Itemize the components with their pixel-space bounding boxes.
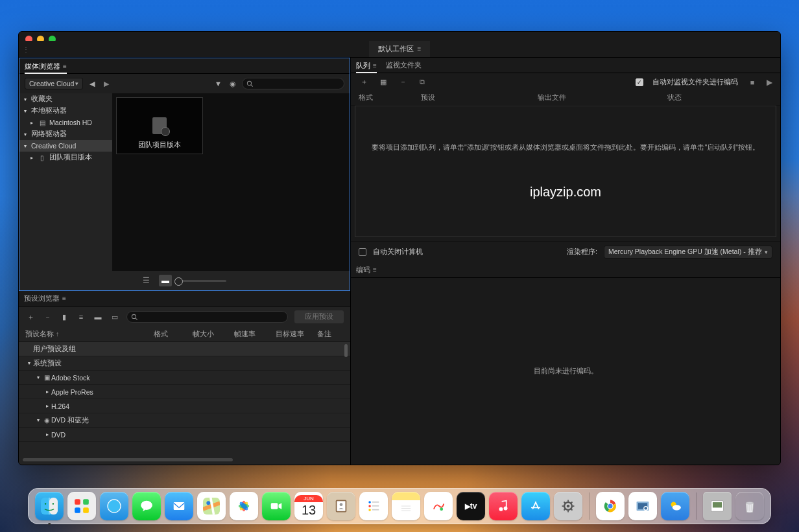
svg-rect-55 (638, 503, 647, 509)
preset-row-prores[interactable]: ▸Apple ProRes (19, 385, 350, 399)
menu-icon[interactable]: ≡ (418, 45, 422, 52)
dock-chrome[interactable] (596, 492, 625, 520)
location-dropdown[interactable]: Creative Cloud ▾ (25, 78, 83, 89)
svg-point-16 (141, 501, 152, 510)
preset-import-button[interactable]: ▬ (93, 313, 103, 321)
dock-maps[interactable] (197, 492, 226, 520)
preset-row-user[interactable]: 用户预设及组 (19, 342, 350, 356)
tab-encoding[interactable]: 编码 ≡ (356, 265, 377, 277)
preset-search-input[interactable] (126, 311, 288, 323)
dock-reminders[interactable] (359, 492, 388, 520)
apply-preset-button[interactable]: 应用预设 (294, 310, 344, 323)
svg-rect-31 (372, 505, 379, 507)
dock-launchpad[interactable] (67, 492, 96, 520)
svg-line-3 (136, 318, 137, 319)
dock-weather[interactable] (661, 492, 689, 520)
dock-finder[interactable] (35, 492, 64, 520)
start-queue-button[interactable]: ▶ (767, 78, 772, 87)
dock-photos[interactable] (230, 492, 258, 520)
nav-forward-button[interactable]: ▶ (101, 80, 112, 88)
add-source-button[interactable]: ＋ (359, 77, 369, 87)
preset-row-dvd-bd[interactable]: ▾◉DVD 和蓝光 (19, 413, 350, 428)
scrollbar-thumb[interactable] (344, 344, 348, 357)
filter-icon[interactable]: ▼ (213, 80, 224, 87)
dock: JUN13 ▶tv (28, 488, 771, 524)
svg-point-30 (368, 505, 371, 507)
remove-preset-button[interactable]: － (42, 312, 53, 322)
dock-downloads[interactable] (703, 492, 732, 520)
dock-system-settings[interactable] (554, 492, 582, 520)
horizontal-scrollbar[interactable] (23, 457, 346, 462)
tree-creative-cloud[interactable]: ▾Creative Cloud (19, 140, 112, 152)
svg-line-48 (571, 509, 572, 510)
svg-rect-24 (271, 503, 278, 509)
svg-point-37 (440, 507, 443, 511)
menu-icon[interactable]: ≡ (373, 266, 377, 273)
eye-icon[interactable]: ◉ (228, 80, 238, 88)
list-view-icon[interactable]: ☰ (143, 276, 150, 285)
preset-group-button[interactable]: ▮ (59, 313, 69, 321)
svg-point-6 (45, 503, 46, 504)
grid-item-team-projects[interactable]: 团队项目版本 (116, 97, 203, 154)
tree-network-drives[interactable]: ▾网络驱动器 (19, 128, 112, 140)
svg-point-42 (567, 505, 570, 508)
preset-browser-panel: 预设浏览器 ≡ ＋ － ▮ ≡ ▬ ▭ 应用预设 预 (19, 291, 350, 465)
dock-facetime[interactable] (262, 492, 291, 520)
svg-line-49 (564, 509, 566, 510)
auto-encode-checkbox[interactable]: ✓ (636, 78, 643, 86)
thumbnail-size-slider[interactable] (181, 280, 226, 282)
remove-button[interactable]: － (398, 77, 408, 87)
server-icon (152, 117, 167, 134)
dock-messages[interactable] (132, 492, 161, 520)
dock-freeform[interactable] (424, 492, 453, 520)
auto-encode-label: 自动对监视文件夹进行编码 (652, 77, 738, 87)
dock-notes[interactable] (392, 492, 420, 520)
renderer-dropdown[interactable]: Mercury Playback Engine GPU 加速 (Metal) -… (604, 246, 772, 259)
menu-icon[interactable]: ≡ (373, 62, 377, 69)
preset-row-h264[interactable]: ▸H.264 (19, 399, 350, 413)
chevron-down-icon: ▾ (765, 249, 768, 255)
tab-media-browser[interactable]: 媒体浏览器 ≡ (25, 62, 67, 74)
add-output-button[interactable]: ▦ (378, 78, 388, 86)
auto-shutdown-checkbox[interactable] (359, 248, 366, 256)
tree-local-drives[interactable]: ▾本地驱动器 (19, 105, 112, 117)
panel-grip-icon[interactable]: ⋮ (23, 45, 29, 52)
tree-macintosh-hd[interactable]: ▸▤Macintosh HD (19, 117, 112, 128)
encoding-empty-message: 目前尚未进行编码。 (534, 367, 598, 376)
svg-point-0 (247, 81, 251, 85)
tab-watch-folders[interactable]: 监视文件夹 (386, 60, 422, 73)
dock-tv[interactable]: ▶tv (457, 492, 485, 520)
queue-drop-area[interactable]: 要将项目添加到队列，请单击"添加源"按钮或者从媒体浏览器或桌面将文件拖到此处。要… (355, 106, 776, 237)
tab-queue[interactable]: 队列 ≡ (356, 61, 377, 73)
preset-row-system[interactable]: ▾系统预设 (19, 356, 350, 371)
stop-queue-button[interactable]: ■ (747, 78, 757, 86)
thumb-view-icon[interactable]: ▬ (159, 275, 172, 286)
nav-back-button[interactable]: ◀ (87, 80, 97, 88)
auto-shutdown-label: 自动关闭计算机 (373, 248, 423, 257)
add-preset-button[interactable]: ＋ (25, 312, 36, 322)
dock-mail[interactable] (165, 492, 193, 520)
tree-team-projects[interactable]: ▸▯团队项目版本 (19, 152, 112, 163)
tab-preset-browser[interactable]: 预设浏览器 ≡ (24, 294, 66, 306)
duplicate-button[interactable]: ⧉ (417, 78, 427, 86)
dock-safari[interactable] (100, 492, 128, 520)
dock-calendar[interactable]: JUN13 (294, 492, 323, 520)
preset-export-button[interactable]: ▭ (110, 313, 120, 321)
svg-point-13 (108, 500, 121, 513)
media-grid: 团队项目版本 (112, 93, 350, 271)
tree-favorites[interactable]: ▾收藏夹 (19, 93, 112, 105)
dock-preview[interactable] (628, 492, 657, 520)
menu-icon[interactable]: ≡ (63, 63, 67, 70)
dock-contacts[interactable] (327, 492, 355, 520)
preset-settings-button[interactable]: ≡ (76, 313, 86, 321)
svg-rect-5 (49, 498, 58, 515)
preset-row-adobe-stock[interactable]: ▾▣Adobe Stock (19, 371, 350, 385)
svg-rect-33 (372, 509, 379, 511)
media-search-input[interactable] (242, 78, 345, 89)
preset-row-dvd[interactable]: ▸DVD (19, 428, 350, 442)
dock-music[interactable] (489, 492, 518, 520)
menu-icon[interactable]: ≡ (62, 295, 66, 302)
workspace-tab-default[interactable]: 默认工作区 ≡ (369, 41, 431, 57)
dock-trash[interactable] (735, 492, 764, 520)
dock-appstore[interactable] (521, 492, 550, 520)
